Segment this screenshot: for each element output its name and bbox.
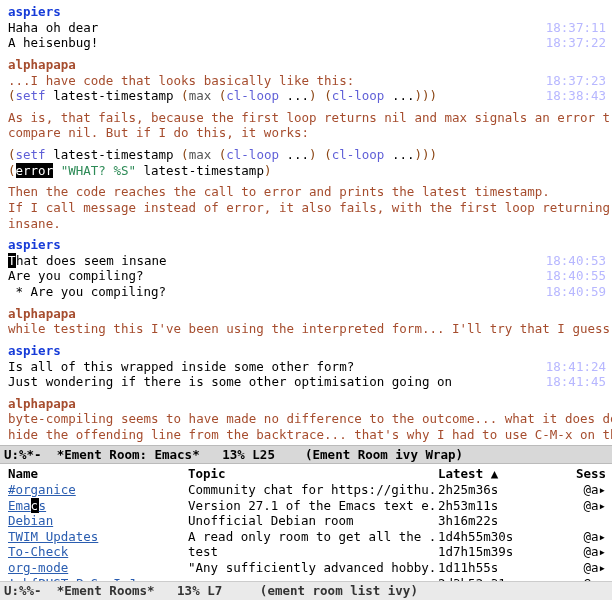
chat-text: aspiers (8, 4, 536, 20)
text-span: cl-loop (226, 147, 279, 162)
chat-line: Is all of this wrapped inside some other… (8, 359, 606, 375)
room-session: @a▸ (543, 498, 606, 514)
text-span: ( (324, 88, 332, 103)
room-row[interactable]: #organiceCommunity chat for https://gith… (8, 482, 606, 498)
text-span: As is, that fails, because the first loo… (8, 110, 612, 125)
timestamp (536, 237, 606, 253)
room-row[interactable]: TWIM UpdatesA read only room to get all … (8, 529, 606, 545)
room-name[interactable]: Debian (8, 513, 188, 529)
timestamp (536, 57, 606, 73)
chat-line: If I call message instead of error, it a… (8, 200, 606, 216)
timestamp: 18:41:24 (536, 359, 606, 375)
chat-line: compare nil. But if I do this, it works: (8, 125, 606, 141)
room-name[interactable]: TWIM Updates (8, 529, 188, 545)
text-span (211, 147, 219, 162)
text-span: ... (279, 147, 309, 162)
room-row[interactable]: To-Checktest1d7h15m39s@a▸ (8, 544, 606, 560)
chat-line: hide the offending line from the backtra… (8, 427, 606, 443)
chat-line: Just wondering if there is some other op… (8, 374, 606, 390)
sender-nick: alphapapa (8, 306, 76, 321)
sender-nick: aspiers (8, 343, 61, 358)
chat-line: alphapapa (8, 57, 606, 73)
chat-line: Are you compiling?18:40:55 (8, 268, 606, 284)
room-name[interactable]: Emacs (8, 498, 188, 514)
chat-buffer[interactable]: aspiersHaha oh dear18:37:11A heisenbug!1… (0, 0, 612, 445)
text-span: ) (414, 88, 422, 103)
chat-line: aspiers (8, 343, 606, 359)
text-span (53, 163, 61, 178)
chat-text: byte-compiling seems to have made no dif… (8, 411, 612, 427)
text-span: setf (16, 147, 46, 162)
rooms-buffer[interactable]: NameTopicLatest ▲Sess#organiceCommunity … (0, 464, 612, 581)
chat-line: while testing this I've been using the i… (8, 321, 606, 337)
timestamp: 18:38:43 (536, 88, 606, 104)
text-span: Haha oh dear (8, 20, 98, 35)
text-span (317, 88, 325, 103)
room-latest: 1d4h55m30s (438, 529, 543, 545)
chat-line: (error "WHAT? %S" latest-timestamp) (8, 163, 606, 179)
col-latest-header[interactable]: Latest ▲ (438, 466, 543, 482)
chat-text: Then the code reaches the call to error … (8, 184, 550, 200)
room-name[interactable]: To-Check (8, 544, 188, 560)
text-span: insane. (8, 216, 61, 231)
chat-text: (setf latest-timestamp (max (cl-loop ...… (8, 88, 536, 104)
chat-line: ...I have code that looks basically like… (8, 73, 606, 89)
chat-text: * Are you compiling? (8, 284, 536, 300)
room-row[interactable]: EmacsVersion 27.1 of the Emacs text e...… (8, 498, 606, 514)
chat-line: As is, that fails, because the first loo… (8, 110, 606, 126)
room-name[interactable]: #organice (8, 482, 188, 498)
text-span: Is all of this wrapped inside some other… (8, 359, 354, 374)
chat-line: * Are you compiling?18:40:59 (8, 284, 606, 300)
text-span: hide the offending line from the backtra… (8, 427, 612, 442)
room-topic: Unofficial Debian room (188, 513, 438, 529)
chat-line: (setf latest-timestamp (max (cl-loop ...… (8, 147, 606, 163)
timestamp: 18:37:11 (536, 20, 606, 36)
chat-text: while testing this I've been using the i… (8, 321, 610, 337)
chat-text: That does seem insane (8, 253, 536, 269)
chat-line: Then the code reaches the call to error … (8, 184, 606, 200)
chat-text: hide the offending line from the backtra… (8, 427, 612, 443)
timestamp (536, 306, 606, 322)
chat-text: aspiers (8, 343, 536, 359)
chat-text: (error "WHAT? %S" latest-timestamp) (8, 163, 536, 179)
text-span: Then the code reaches the call to error … (8, 184, 550, 199)
modeline-chat: U:%*- *Ement Room: Emacs* 13% L25 (Ement… (0, 445, 612, 465)
chat-text: alphapapa (8, 396, 536, 412)
text-span: ) (430, 88, 438, 103)
text-span: cl-loop (332, 147, 385, 162)
timestamp: 18:41:45 (536, 374, 606, 390)
room-row[interactable]: org-mode"Any sufficiently advanced hobby… (8, 560, 606, 576)
chat-line: A heisenbug!18:37:22 (8, 35, 606, 51)
text-span: ) (264, 163, 272, 178)
timestamp: 18:37:22 (536, 35, 606, 51)
modeline-rooms: U:%%- *Ement Rooms* 13% L7 (ement room l… (0, 581, 612, 600)
room-topic: A read only room to get all the ... (188, 529, 438, 545)
room-row[interactable]: DebianUnofficial Debian room3h16m22s (8, 513, 606, 529)
text-span: setf (16, 88, 46, 103)
text-span: ( (181, 88, 189, 103)
timestamp: 18:40:55 (536, 268, 606, 284)
text-span: ) (422, 88, 430, 103)
timestamp (536, 396, 606, 412)
text-span: ) (309, 88, 317, 103)
timestamp (536, 125, 606, 141)
chat-line: Haha oh dear18:37:11 (8, 20, 606, 36)
room-name[interactable]: org-mode (8, 560, 188, 576)
chat-text: Haha oh dear (8, 20, 536, 36)
room-latest: 2h25m36s (438, 482, 543, 498)
chat-line: aspiers (8, 237, 606, 253)
text-span: error (16, 163, 54, 178)
text-span: latest-timestamp (136, 163, 264, 178)
text-span: latest-timestamp (46, 147, 181, 162)
chat-line: alphapapa (8, 396, 606, 412)
chat-text: compare nil. But if I do this, it works: (8, 125, 536, 141)
text-span: ( (8, 88, 16, 103)
timestamp: 18:40:59 (536, 284, 606, 300)
room-session (543, 513, 606, 529)
text-span: ( (324, 147, 332, 162)
text-span: hat does seem insane (16, 253, 167, 268)
room-topic: "Any sufficiently advanced hobby... (188, 560, 438, 576)
chat-line: aspiers (8, 4, 606, 20)
room-session: @a▸ (543, 560, 606, 576)
timestamp (536, 216, 606, 232)
